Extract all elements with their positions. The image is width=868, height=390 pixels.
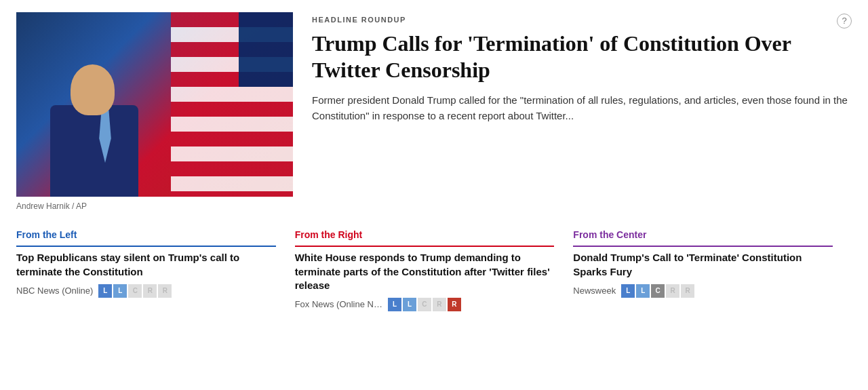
left-bias-tiles: L L C R R (98, 284, 172, 298)
center-article-headline[interactable]: Donald Trump's Call to 'Terminate' Const… (573, 251, 833, 279)
tile-r-r: R (433, 298, 446, 311)
tile-l-r: L (403, 298, 416, 311)
tile-r: R (143, 284, 157, 298)
bottom-section: From the Left Top Republicans stay silen… (16, 229, 852, 311)
image-block: Andrew Harnik / AP (16, 12, 293, 212)
left-label: From the Left (16, 229, 276, 248)
person-body (50, 105, 138, 197)
tile-rr-c: R (681, 284, 694, 298)
tile-l: L (113, 284, 127, 298)
top-section: Andrew Harnik / AP HEADLINE ROUNDUP ? Tr… (16, 12, 852, 212)
tile-rr: R (158, 284, 172, 298)
right-label: From the Right (295, 229, 555, 248)
right-article-headline[interactable]: White House responds to Trump demanding … (295, 251, 555, 292)
left-source-row: NBC News (Online) L L C R R (16, 284, 276, 298)
tile-ll-r: L (388, 298, 401, 311)
headline-block: HEADLINE ROUNDUP ? Trump Calls for 'Term… (312, 12, 852, 212)
left-source-name: NBC News (Online) (16, 285, 93, 297)
right-column: From the Right White House responds to T… (295, 229, 574, 311)
left-column: From the Left Top Republicans stay silen… (16, 229, 295, 311)
tile-rr-r: R (448, 298, 461, 311)
right-source-row: Fox News (Online N… L L C R R (295, 298, 555, 311)
main-headline[interactable]: Trump Calls for 'Termination' of Constit… (312, 31, 852, 83)
right-bias-tiles: L L C R R (388, 298, 461, 311)
main-summary: Former president Donald Trump called for… (312, 92, 852, 124)
tile-l-c: L (636, 284, 650, 298)
tile-c-r: C (418, 298, 431, 311)
center-bias-tiles: L L C R R (621, 284, 694, 298)
tile-ll-c: L (621, 284, 635, 298)
center-label: From the Center (573, 229, 833, 248)
center-source-name: Newsweek (573, 285, 616, 297)
center-source-row: Newsweek L L C R R (573, 284, 833, 298)
tile-c: C (128, 284, 142, 298)
roundup-label: HEADLINE ROUNDUP (312, 15, 406, 25)
person-head (71, 64, 115, 115)
flag-blue-corner (239, 12, 293, 87)
page-container: Andrew Harnik / AP HEADLINE ROUNDUP ? Tr… (0, 0, 868, 328)
tile-ll: L (98, 284, 112, 298)
right-source-name: Fox News (Online N… (295, 298, 382, 311)
tile-c-c: C (651, 284, 665, 298)
tile-r-c: R (666, 284, 679, 298)
image-caption: Andrew Harnik / AP (16, 201, 293, 212)
main-image (16, 12, 293, 197)
center-column: From the Center Donald Trump's Call to '… (573, 229, 852, 311)
left-article-headline[interactable]: Top Republicans stay silent on Trump's c… (16, 251, 276, 279)
help-icon[interactable]: ? (837, 14, 852, 28)
